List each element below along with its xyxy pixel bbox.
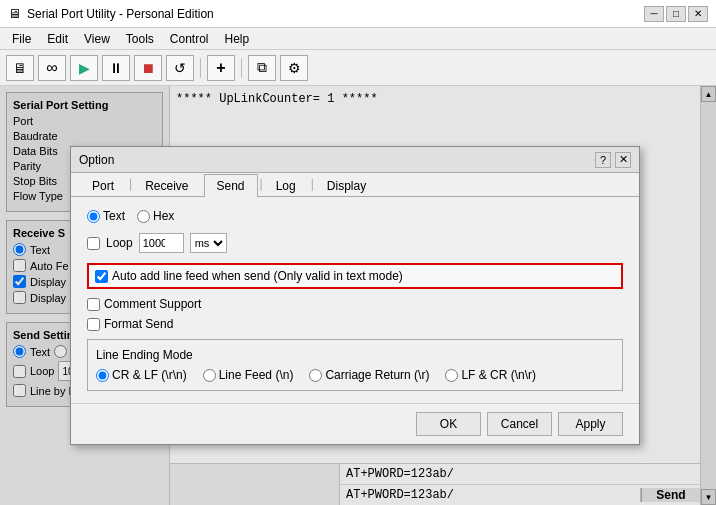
- le-crlf-radio[interactable]: [96, 369, 109, 382]
- maximize-btn[interactable]: □: [666, 6, 686, 22]
- toolbar-settings-btn[interactable]: ⚙: [280, 55, 308, 81]
- le-crlf-label[interactable]: CR & LF (\r\n): [96, 368, 187, 382]
- minimize-btn[interactable]: ─: [644, 6, 664, 22]
- toolbar-separator2: [241, 58, 242, 78]
- hex-radio-label[interactable]: Hex: [137, 209, 174, 223]
- le-cr-label[interactable]: Carriage Return (\r): [309, 368, 429, 382]
- line-ending-title: Line Ending Mode: [96, 348, 614, 362]
- le-lf-radio[interactable]: [203, 369, 216, 382]
- loop-row: Loop ms: [87, 233, 623, 253]
- dialog-loop-checkbox[interactable]: [87, 237, 100, 250]
- le-crlf-text: CR & LF (\r\n): [112, 368, 187, 382]
- text-hex-row: Text Hex: [87, 209, 623, 223]
- auto-line-feed-label: Auto add line feed when send (Only valid…: [112, 269, 403, 283]
- toolbar-refresh-btn[interactable]: ↺: [166, 55, 194, 81]
- tab-log[interactable]: Log: [263, 174, 309, 197]
- ok-button[interactable]: OK: [416, 412, 481, 436]
- toolbar-connect-btn[interactable]: ∞: [38, 55, 66, 81]
- comment-support-option: Comment Support: [87, 297, 623, 311]
- dialog-loop-input[interactable]: [139, 233, 184, 253]
- le-lfcr-radio[interactable]: [445, 369, 458, 382]
- dialog-title: Option: [79, 153, 114, 167]
- cancel-button[interactable]: Cancel: [487, 412, 552, 436]
- menu-tools[interactable]: Tools: [118, 30, 162, 48]
- comment-support-label: Comment Support: [104, 297, 201, 311]
- toolbar-separator: [200, 58, 201, 78]
- dialog-hex-radio[interactable]: [137, 210, 150, 223]
- menu-control[interactable]: Control: [162, 30, 217, 48]
- dialog-footer: OK Cancel Apply: [71, 403, 639, 444]
- toolbar-play-btn[interactable]: ▶: [70, 55, 98, 81]
- dialog-hex-label: Hex: [153, 209, 174, 223]
- toolbar-window-btn[interactable]: ⧉: [248, 55, 276, 81]
- dialog-text-radio[interactable]: [87, 210, 100, 223]
- dialog-title-bar: Option ? ✕: [71, 147, 639, 173]
- menu-view[interactable]: View: [76, 30, 118, 48]
- menu-edit[interactable]: Edit: [39, 30, 76, 48]
- toolbar: 🖥 ∞ ▶ ⏸ ⏹ ↺ + ⧉ ⚙: [0, 50, 716, 86]
- tab-send[interactable]: Send: [204, 174, 258, 197]
- dialog-text-label: Text: [103, 209, 125, 223]
- le-lf-label[interactable]: Line Feed (\n): [203, 368, 294, 382]
- dialog-content: Text Hex Loop ms Auto add line feed w: [71, 197, 639, 403]
- auto-line-feed-checkbox[interactable]: [95, 270, 108, 283]
- le-cr-radio[interactable]: [309, 369, 322, 382]
- dialog-loop-label: Loop: [106, 236, 133, 250]
- le-cr-text: Carriage Return (\r): [325, 368, 429, 382]
- toolbar-pause-btn[interactable]: ⏸: [102, 55, 130, 81]
- menu-file[interactable]: File: [4, 30, 39, 48]
- dialog-title-controls: ? ✕: [595, 152, 631, 168]
- format-send-option: Format Send: [87, 317, 623, 331]
- line-ending-section: Line Ending Mode CR & LF (\r\n) Line Fee…: [87, 339, 623, 391]
- app-title: Serial Port Utility - Personal Edition: [27, 7, 214, 21]
- le-lfcr-label[interactable]: LF & CR (\n\r): [445, 368, 536, 382]
- tab-receive[interactable]: Receive: [132, 174, 201, 197]
- main-area: Serial Port Setting Port Baudrate Data B…: [0, 86, 716, 505]
- option-dialog: Option ? ✕ Port | Receive Send | Log | D…: [70, 146, 640, 445]
- close-btn[interactable]: ✕: [688, 6, 708, 22]
- apply-button[interactable]: Apply: [558, 412, 623, 436]
- toolbar-add-btn[interactable]: +: [207, 55, 235, 81]
- le-lfcr-text: LF & CR (\n\r): [461, 368, 536, 382]
- menu-bar: File Edit View Tools Control Help: [0, 28, 716, 50]
- dialog-tabs: Port | Receive Send | Log | Display: [71, 173, 639, 197]
- title-bar: 🖥 Serial Port Utility - Personal Edition…: [0, 0, 716, 28]
- auto-line-feed-option: Auto add line feed when send (Only valid…: [87, 263, 623, 289]
- dialog-ms-select[interactable]: ms: [190, 233, 227, 253]
- toolbar-stop-btn[interactable]: ⏹: [134, 55, 162, 81]
- tab-port[interactable]: Port: [79, 174, 127, 197]
- text-radio-label[interactable]: Text: [87, 209, 125, 223]
- toolbar-new-btn[interactable]: 🖥: [6, 55, 34, 81]
- le-lf-text: Line Feed (\n): [219, 368, 294, 382]
- format-send-checkbox[interactable]: [87, 318, 100, 331]
- comment-support-checkbox[interactable]: [87, 298, 100, 311]
- app-icon: 🖥: [8, 6, 21, 21]
- tab-display[interactable]: Display: [314, 174, 379, 197]
- format-send-label: Format Send: [104, 317, 173, 331]
- dialog-close-btn[interactable]: ✕: [615, 152, 631, 168]
- dialog-help-btn[interactable]: ?: [595, 152, 611, 168]
- menu-help[interactable]: Help: [217, 30, 258, 48]
- line-ending-options: CR & LF (\r\n) Line Feed (\n) Carriage R…: [96, 368, 614, 382]
